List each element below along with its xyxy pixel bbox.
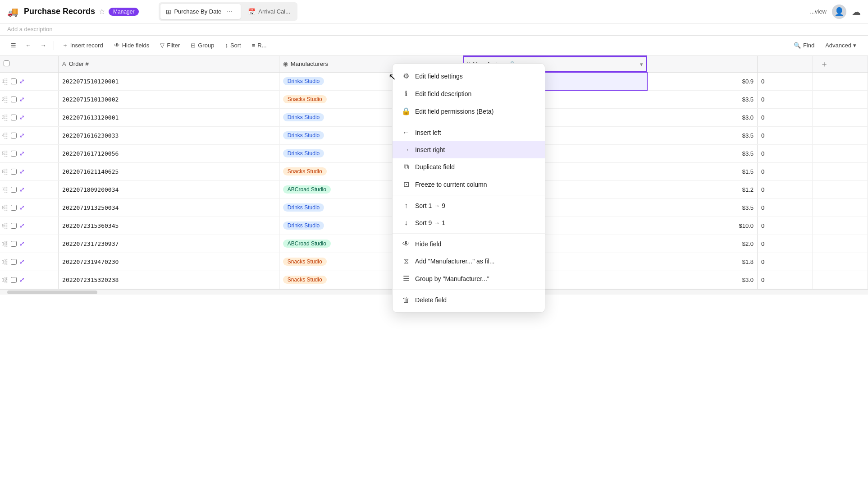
row-order-cell: 2022071913250034 [59, 198, 279, 217]
manufacturer-tag: Drinks Studio [283, 221, 324, 230]
row-checkbox[interactable] [11, 223, 17, 229]
expand-icon[interactable]: ⤢ [19, 150, 25, 157]
tab-purchase-by-date[interactable]: ⊞ Purchase By Date ⋯ [160, 4, 241, 19]
tab-arrival-cal[interactable]: 📅 Arrival Cal... [242, 6, 296, 18]
col-header-rest[interactable] [758, 56, 813, 72]
row-checkbox[interactable] [11, 133, 17, 138]
menu-item-edit-field-settings[interactable]: ⚙ Edit field settings [393, 67, 545, 85]
star-icon[interactable]: ☆ [99, 7, 105, 16]
menu-item-label-freeze-column: Freeze to currtent column [415, 181, 487, 188]
toolbar: ☰ ← → ＋ Insert record 👁 Hide fields ▽ Fi… [0, 36, 868, 55]
menu-item-duplicate-field[interactable]: ⧉ Duplicate field [393, 158, 545, 175]
insert-record-button[interactable]: ＋ Insert record [58, 39, 108, 52]
menu-item-label-edit-field-description: Edit field description [415, 90, 471, 97]
menu-item-label-duplicate-field: Duplicate field [415, 163, 455, 171]
menu-item-sort-desc[interactable]: ↓ Sort 9 → 1 [393, 214, 545, 231]
filter-button[interactable]: ▽ Filter [155, 40, 184, 51]
manufacturer-tag: Snacks Studio [283, 258, 327, 266]
row-price-cell: $3.5 [647, 126, 758, 144]
order-number: 2022071809200034 [62, 186, 119, 193]
menu-item-insert-right[interactable]: → Insert right [393, 141, 545, 158]
row-checkbox[interactable] [11, 277, 17, 283]
order-number: 2022072315360345 [62, 222, 119, 229]
row-price-cell: $3.5 [647, 198, 758, 217]
row-checkbox[interactable] [11, 205, 17, 211]
expand-icon[interactable]: ⤢ [19, 222, 25, 229]
expand-icon[interactable]: ⤢ [19, 78, 25, 85]
col-header-check[interactable] [0, 56, 59, 72]
menu-item-icon-insert-left: ← [402, 129, 411, 137]
group-icon: ⊟ [191, 42, 196, 49]
expand-icon[interactable]: ⤢ [19, 240, 25, 247]
manager-badge: Manager [109, 8, 139, 16]
menu-item-label-edit-field-permissions: Edit field permissions (Beta) [415, 108, 493, 115]
menu-item-edit-field-description[interactable]: ℹ Edit field description [393, 85, 545, 102]
row-checkbox[interactable] [11, 115, 17, 120]
scrollbar-thumb[interactable] [7, 291, 97, 294]
row-rest-cell: 0 [758, 198, 813, 217]
menu-item-label-delete-field: Delete field [415, 296, 447, 304]
menu-item-hide-field[interactable]: 👁 Hide field [393, 235, 545, 253]
expand-icon[interactable]: ⤢ [19, 168, 25, 175]
row-order-cell: 2022071510120001 [59, 72, 279, 90]
top-right: ...view 👤 ☁ [810, 5, 861, 19]
expand-icon[interactable]: ⤢ [19, 204, 25, 211]
row-check-cell: ⣿ ⤢ 11 [0, 253, 59, 271]
app-icon: 🚚 [7, 6, 18, 17]
advanced-button[interactable]: Advanced ▾ [821, 40, 861, 51]
review-label: ...view [810, 8, 827, 15]
group-button[interactable]: ⊟ Group [186, 40, 219, 51]
row-checkbox[interactable] [11, 78, 17, 84]
row-rest-cell: 0 [758, 253, 813, 271]
row-height-button[interactable]: ≡ R... [247, 40, 271, 51]
row-checkbox[interactable] [11, 187, 17, 193]
menu-item-edit-field-permissions[interactable]: 🔒 Edit field permissions (Beta) [393, 102, 545, 120]
row-checkbox[interactable] [11, 259, 17, 265]
expand-icon[interactable]: ⤢ [19, 96, 25, 103]
group-label: Group [198, 42, 214, 49]
row-checkbox[interactable] [11, 241, 17, 247]
back-button[interactable]: ← [22, 40, 35, 51]
context-menu: ⚙ Edit field settings ℹ Edit field descr… [392, 63, 545, 313]
row-rest-cell: 0 [758, 162, 813, 180]
menu-item-icon-freeze-column: ⊡ [402, 180, 411, 189]
manufacturer-tag: Snacks Studio [283, 167, 327, 175]
row-order-cell: 2022071617120056 [59, 144, 279, 162]
row-checkbox[interactable] [11, 169, 17, 175]
sort-button[interactable]: ↕ Sort [220, 40, 245, 51]
col-header-price[interactable] [647, 56, 758, 72]
row-height-label: R... [257, 42, 266, 49]
menu-item-insert-left[interactable]: ← Insert left [393, 124, 545, 141]
menu-item-delete-field[interactable]: 🗑 Delete field [393, 291, 545, 309]
menu-item-icon-edit-field-permissions: 🔒 [402, 107, 411, 115]
avatar[interactable]: 👤 [832, 5, 846, 19]
menu-item-label-edit-field-settings: Edit field settings [415, 73, 463, 80]
description-text[interactable]: Add a description [7, 26, 52, 32]
menu-item-freeze-column[interactable]: ⊡ Freeze to currtent column [393, 175, 545, 193]
col-header-order[interactable]: A Order # [59, 56, 279, 72]
expand-icon[interactable]: ⤢ [19, 114, 25, 121]
menu-item-icon-edit-field-settings: ⚙ [402, 72, 411, 80]
expand-icon[interactable]: ⤢ [19, 276, 25, 283]
row-order-cell: 2022071616230033 [59, 126, 279, 144]
forward-button[interactable]: → [37, 40, 50, 51]
row-extra-cell [813, 253, 868, 271]
menu-item-group-by[interactable]: ☰ Group by "Manufacturer..." [393, 270, 545, 287]
col-header-add[interactable]: ＋ [813, 56, 868, 72]
expand-icon[interactable]: ⤢ [19, 258, 25, 265]
menu-item-sort-asc[interactable]: ↑ Sort 1 → 9 [393, 197, 545, 214]
expand-icon[interactable]: ⤢ [19, 132, 25, 139]
sidebar-toggle[interactable]: ☰ [7, 40, 20, 51]
find-button[interactable]: 🔍 Find [789, 40, 819, 51]
select-all-checkbox[interactable] [4, 60, 9, 66]
add-col-icon[interactable]: ＋ [817, 60, 832, 69]
row-price-cell: $3.5 [647, 144, 758, 162]
hide-fields-button[interactable]: 👁 Hide fields [110, 40, 154, 51]
menu-item-add-as-filter[interactable]: ⧖ Add "Manufacturer..." as fil... [393, 253, 545, 270]
expand-icon[interactable]: ⤢ [19, 186, 25, 193]
tab-purchase-menu[interactable]: ⋯ [224, 6, 235, 17]
row-checkbox[interactable] [11, 97, 17, 102]
row-checkbox[interactable] [11, 151, 17, 157]
chevron-down-icon: ▾ [853, 42, 856, 49]
col-menu-btn[interactable]: ▾ [640, 61, 643, 68]
